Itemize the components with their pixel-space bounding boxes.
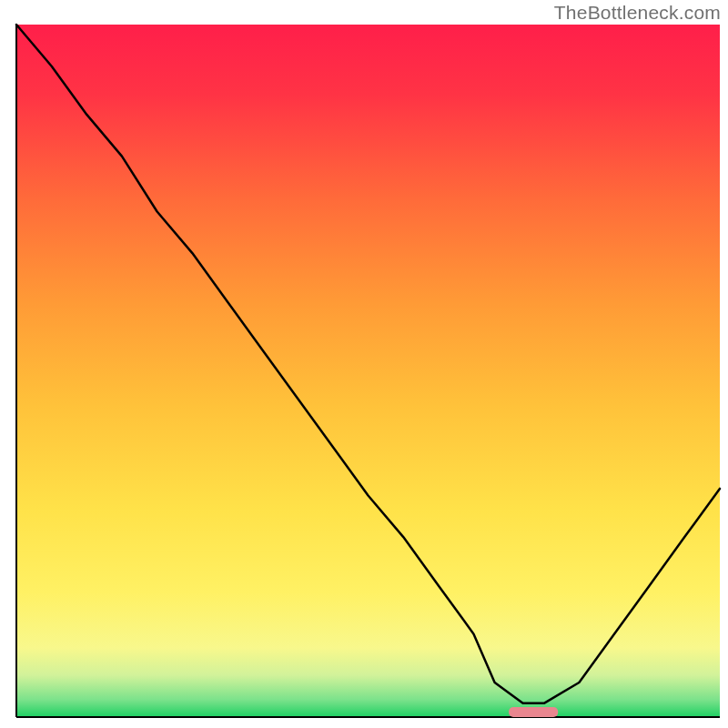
optimal-marker [509, 707, 558, 717]
plot-background [16, 25, 720, 717]
watermark-text: TheBottleneck.com [554, 2, 721, 24]
bottleneck-chart [0, 0, 728, 728]
